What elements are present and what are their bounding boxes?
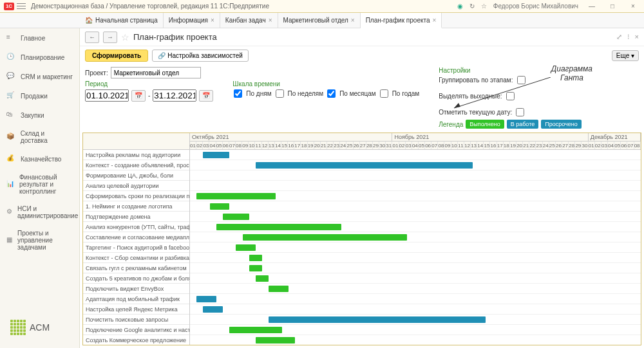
- gantt-bar[interactable]: [210, 203, 230, 210]
- tab[interactable]: Канбан задач×: [220, 13, 278, 28]
- sidebar-item[interactable]: 💬CRM и маркетинг: [0, 67, 79, 86]
- link-icon[interactable]: ⤢: [616, 33, 622, 41]
- gantt-task-label[interactable]: Таргетинг - Поиск аудиторий в facebook: [83, 243, 189, 253]
- calendar-to-icon[interactable]: 📅: [199, 90, 213, 102]
- scale-month-check[interactable]: [327, 89, 336, 98]
- star-icon[interactable]: ☆: [481, 3, 487, 10]
- gantt-task-label[interactable]: Подтверждение домена: [83, 212, 189, 222]
- sidebar-item[interactable]: 🛍Закупки: [0, 105, 79, 125]
- tab-close-icon[interactable]: ×: [432, 17, 436, 24]
- gantt-task-label[interactable]: Создать Коммерческое предложение: [83, 335, 189, 345]
- gantt-bar[interactable]: [196, 193, 275, 199]
- gantt-bar[interactable]: [249, 265, 262, 271]
- close-button[interactable]: ×: [626, 2, 640, 11]
- gantt-bar[interactable]: [269, 286, 289, 292]
- options-icon[interactable]: ⁝: [627, 33, 630, 41]
- sidebar-item[interactable]: 💰Казначейство: [0, 149, 79, 169]
- scale-label: Шкала времени: [232, 80, 419, 87]
- rocket-icon[interactable]: ◉: [457, 3, 463, 10]
- gantt-bar[interactable]: [223, 214, 249, 220]
- gantt-row: [190, 325, 641, 335]
- gantt-bar[interactable]: [236, 244, 256, 251]
- hamburger-icon[interactable]: [17, 3, 26, 10]
- gantt-task-label[interactable]: Подключить виджет EnvyBox: [83, 284, 189, 294]
- gantt-bar[interactable]: [269, 316, 486, 323]
- gantt-bar[interactable]: [203, 306, 223, 313]
- gantt-row: [190, 150, 641, 160]
- gantt-task-label[interactable]: Подключение Google аналитикс и настройка…: [83, 325, 189, 335]
- gantt-task-label[interactable]: Контекст - Сбор семантики и разбивка на …: [83, 253, 189, 263]
- tab-close-icon[interactable]: ×: [269, 17, 272, 24]
- gantt-row: [190, 253, 641, 263]
- sidebar-icon: 🛒: [6, 91, 15, 100]
- svg-marker-1: [454, 103, 460, 108]
- sidebar-item[interactable]: ≡Главное: [0, 28, 79, 48]
- tab-close-icon[interactable]: ×: [211, 17, 214, 24]
- gantt-row: [190, 212, 641, 222]
- user-name[interactable]: Федоров Борис Михайлович: [493, 3, 578, 10]
- more-button[interactable]: Еще ▾: [612, 50, 639, 61]
- scale-week-check[interactable]: [276, 89, 284, 98]
- gantt-bar[interactable]: [216, 224, 341, 230]
- scale-day-check[interactable]: [234, 89, 242, 98]
- date-from-input[interactable]: [85, 89, 129, 102]
- gantt-task-label[interactable]: Адаптация под мобильный трафик: [83, 294, 189, 304]
- sidebar-icon: ≡: [6, 33, 15, 42]
- sidebar-item[interactable]: ▦Проекты и управление задачами: [0, 224, 79, 256]
- gantt-bar[interactable]: [196, 296, 216, 302]
- gantt-task-label[interactable]: 1. Нейминг и создание логотипа: [83, 201, 189, 212]
- gantt-row: [190, 263, 641, 273]
- gantt-task-label[interactable]: Настройка рекламы под аудитории: [83, 150, 189, 160]
- gantt-row: [190, 273, 641, 284]
- close-page-icon[interactable]: ×: [635, 33, 639, 41]
- legend-work: В работе: [507, 120, 539, 129]
- form-button[interactable]: Сформировать: [85, 50, 148, 62]
- gantt-task-label[interactable]: Анализ целевой аудитории: [83, 181, 189, 191]
- sidebar-item[interactable]: 📊Финансовый результат и контроллинг: [0, 169, 79, 200]
- scale-year-check[interactable]: [380, 89, 388, 98]
- minimize-button[interactable]: —: [585, 2, 599, 11]
- gantt-bar[interactable]: [256, 162, 473, 169]
- gantt-bar[interactable]: [203, 152, 229, 158]
- sidebar: ≡Главное🕒Планирование💬CRM и маркетинг🛒Пр…: [0, 28, 80, 348]
- gantt-bar[interactable]: [249, 255, 262, 261]
- sidebar-icon: ▦: [6, 236, 12, 245]
- gantt-task-label[interactable]: Создать 5 креативов по джобам и болям: [83, 273, 189, 284]
- gantt-bar[interactable]: [243, 234, 407, 241]
- tab[interactable]: 🏠Начальная страница: [80, 13, 164, 28]
- sidebar-item[interactable]: 🛒Продажи: [0, 86, 79, 105]
- gantt-row: [190, 222, 641, 232]
- gantt-row: [190, 181, 641, 191]
- tab[interactable]: План-график проекта×: [361, 13, 442, 28]
- calendar-from-icon[interactable]: 📅: [131, 90, 146, 102]
- gantt-bar[interactable]: [229, 327, 282, 333]
- tab[interactable]: Маркетинговый отдел×: [278, 13, 361, 28]
- sidebar-icon: 📦: [6, 133, 15, 142]
- gantt-task-label[interactable]: Контекст - создание объявлений, проставл…: [83, 160, 189, 170]
- dependencies-button[interactable]: 🔗 Настройка зависимостей: [152, 50, 249, 62]
- back-button[interactable]: ←: [85, 32, 99, 43]
- gantt-row: [190, 335, 641, 345]
- history-icon[interactable]: ↻: [469, 3, 475, 10]
- gantt-task-label[interactable]: Анализ конкурентов (УТП, сайты, трафик): [83, 222, 189, 232]
- gantt-task-label[interactable]: Почистить поисковые запросы: [83, 315, 189, 325]
- gantt-task-label[interactable]: Настройка цепей Яндекс Метрика: [83, 304, 189, 315]
- gantt-row: [190, 284, 641, 294]
- project-input[interactable]: [111, 67, 201, 78]
- sidebar-item[interactable]: ⚙НСИ и администрирование: [0, 200, 79, 224]
- favorite-icon[interactable]: ☆: [121, 32, 129, 42]
- gantt-task-label[interactable]: Сформировать сроки по реализации проекта: [83, 191, 189, 201]
- gantt-task-label[interactable]: Связать гугл с рекламным кабинетом: [83, 263, 189, 273]
- forward-button[interactable]: →: [103, 32, 117, 43]
- tab[interactable]: Информация×: [164, 13, 220, 28]
- tab-close-icon[interactable]: ×: [351, 17, 355, 24]
- date-to-input[interactable]: [153, 89, 196, 102]
- sidebar-item[interactable]: 🕒Планирование: [0, 48, 79, 67]
- gantt-bar[interactable]: [256, 337, 295, 343]
- sidebar-icon: 📊: [6, 180, 14, 189]
- gantt-task-label[interactable]: Формирование ЦА, джобы, боли: [83, 170, 189, 181]
- maximize-button[interactable]: □: [605, 2, 620, 11]
- gantt-task-label[interactable]: Составление и согласование медиаплана: [83, 232, 189, 243]
- sidebar-item[interactable]: 📦Склад и доставка: [0, 125, 79, 149]
- gantt-bar[interactable]: [256, 275, 269, 282]
